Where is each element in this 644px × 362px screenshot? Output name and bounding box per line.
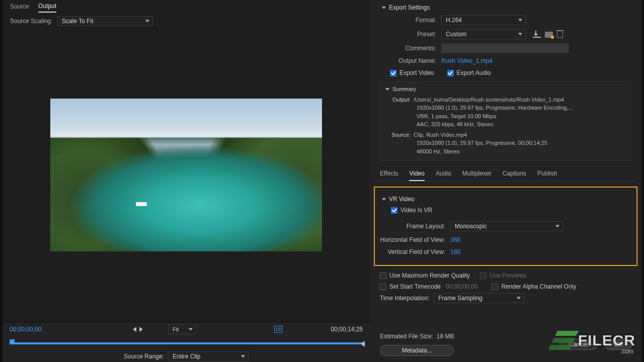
- set-start-timecode-checkbox[interactable]: [380, 284, 386, 290]
- preview-control-bar: 00;00;00;00 Fit 00;00;14;25 Source Range…: [3, 322, 370, 362]
- render-alpha-checkbox[interactable]: [492, 284, 498, 290]
- vfov-value[interactable]: 180: [450, 248, 460, 255]
- start-timecode-value: 00;00;00;00: [446, 283, 477, 290]
- tab-output[interactable]: Output: [38, 3, 56, 13]
- source-scaling-row: Source Scaling: Scale To Fit: [3, 13, 370, 29]
- summary-output-line4: AAC, 320 kbps, 48 kHz, Stereo: [385, 120, 626, 129]
- frame-layout-label: Frame Layout:: [380, 223, 450, 230]
- timecode-start[interactable]: 00;00;00;00: [10, 326, 75, 333]
- preview-tabs: Source Output: [3, 0, 370, 13]
- source-range-dropdown[interactable]: Entire Clip: [168, 351, 249, 361]
- next-frame-icon[interactable]: [139, 327, 143, 332]
- tab-publish[interactable]: Publish: [537, 170, 557, 181]
- cancel-button[interactable]: Cancel: [559, 339, 597, 350]
- vfov-label: Vertical Field of View:: [380, 248, 450, 255]
- timeline-end-marker[interactable]: [361, 341, 365, 347]
- export-settings-pane: Export Settings Format: H.264 Preset: Cu…: [370, 0, 641, 362]
- output-name-label: Output Name:: [385, 57, 441, 64]
- use-previews-label: Use Previews: [490, 272, 526, 279]
- source-scaling-label: Source Scaling:: [10, 18, 52, 25]
- render-alpha-label: Render Alpha Channel Only: [501, 283, 576, 290]
- summary-source-line3: 48000 Hz, Stereo: [385, 147, 626, 156]
- comments-input[interactable]: [441, 43, 569, 53]
- tab-audio[interactable]: Audio: [436, 170, 451, 181]
- timeline[interactable]: [10, 339, 363, 347]
- hfov-value[interactable]: 360: [450, 236, 460, 243]
- format-label: Format:: [385, 17, 441, 24]
- set-start-timecode-label: Set Start Timecode: [389, 283, 441, 290]
- tab-source[interactable]: Source: [10, 3, 29, 12]
- frame-layout-dropdown[interactable]: Monoscopic: [450, 221, 563, 231]
- timeline-track: [10, 342, 363, 344]
- tab-video[interactable]: Video: [409, 170, 424, 181]
- vr-video-title: VR Video: [389, 196, 414, 203]
- comments-label: Comments:: [385, 45, 441, 52]
- format-dropdown[interactable]: H.264: [441, 15, 526, 25]
- safe-margins-icon[interactable]: [274, 326, 282, 333]
- playhead[interactable]: [10, 339, 15, 344]
- render-options: Use Maximum Render Quality Use Previews …: [370, 269, 641, 291]
- export-settings-title: Export Settings: [389, 4, 430, 11]
- prev-frame-icon[interactable]: [133, 327, 136, 332]
- estimated-file-size: Estimated File Size: 18 MB: [380, 333, 454, 340]
- zoom-fit-dropdown[interactable]: Fit: [168, 324, 196, 334]
- preset-label: Preset:: [385, 31, 441, 38]
- source-scaling-dropdown[interactable]: Scale To Fit: [57, 16, 153, 26]
- max-render-quality-label: Use Maximum Render Quality: [389, 272, 470, 279]
- delete-preset-icon[interactable]: [557, 32, 563, 38]
- ok-button[interactable]: OK: [605, 339, 632, 350]
- summary-source-line2: 1920x1080 (1.0), 29.97 fps, Progressive,…: [385, 139, 626, 147]
- metadata-button[interactable]: Metadata...: [380, 345, 454, 356]
- chevron-down-icon[interactable]: [385, 88, 389, 90]
- vr-video-section: VR Video Video Is VR Frame Layout: Monos…: [374, 187, 637, 266]
- summary-output-label: Output:: [385, 96, 414, 104]
- tab-multiplexer[interactable]: Multiplexer: [462, 170, 492, 181]
- chevron-down-icon[interactable]: [382, 198, 386, 201]
- preview-area: [3, 28, 370, 322]
- export-settings-header[interactable]: Export Settings: [370, 0, 641, 13]
- settings-tabs: Effects Video Audio Multiplexer Captions…: [375, 165, 636, 182]
- use-previews-checkbox: [480, 273, 487, 279]
- max-render-quality-checkbox[interactable]: [380, 273, 386, 279]
- summary-box: Summary Output:/Users/_kuma/Desktop/Rush…: [380, 81, 631, 161]
- chevron-down-icon[interactable]: [382, 7, 386, 9]
- video-is-vr-label: Video Is VR: [400, 207, 432, 214]
- hfov-label: Horizontal Field of View:: [380, 236, 450, 243]
- export-video-label: Export Video: [399, 69, 434, 76]
- video-is-vr-checkbox[interactable]: [391, 207, 397, 214]
- footer-row: Estimated File Size: 18 MB Metadata... C…: [370, 328, 641, 362]
- preview-pane: Source Output Source Scaling: Scale To F…: [0, 0, 370, 362]
- summary-output-line2: 1920x1080 (1.0), 29.97 fps, Progressive,…: [385, 104, 626, 112]
- timecode-end: 00;00;14;25: [317, 326, 363, 333]
- summary-source-label: Source:: [385, 131, 414, 139]
- import-preset-icon[interactable]: [545, 32, 553, 38]
- preview-boat: [136, 202, 147, 206]
- tab-effects[interactable]: Effects: [380, 170, 398, 181]
- export-audio-label: Export Audio: [457, 69, 491, 76]
- export-audio-checkbox[interactable]: [447, 70, 454, 76]
- output-name-link[interactable]: Rush Video_1.mp4: [441, 57, 493, 64]
- summary-source-line1: Clip, Rush Video.mp4: [414, 132, 467, 138]
- preset-dropdown[interactable]: Custom: [441, 29, 526, 39]
- source-range-label: Source Range:: [124, 353, 164, 360]
- summary-output-path: /Users/_kuma/Desktop/Rush screenshots/Ru…: [414, 97, 564, 103]
- summary-title: Summary: [392, 85, 416, 94]
- summary-output-line3: VBR, 1 pass, Target 10.00 Mbps: [385, 112, 626, 121]
- time-interpolation-dropdown[interactable]: Frame Sampling: [434, 293, 524, 303]
- save-preset-icon[interactable]: [533, 31, 541, 38]
- tab-captions[interactable]: Captions: [503, 170, 526, 181]
- preview-image[interactable]: [50, 99, 322, 251]
- time-interpolation-label: Time Interpolation:: [380, 295, 430, 302]
- export-video-checkbox[interactable]: [390, 70, 396, 76]
